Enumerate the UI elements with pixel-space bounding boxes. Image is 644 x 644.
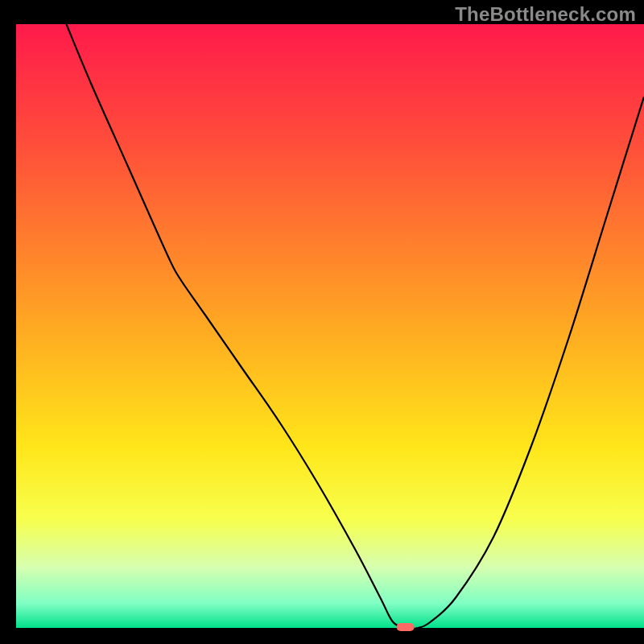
plot-area [16,24,644,628]
bottleneck-chart [0,0,644,644]
chart-container: TheBottleneck.com [0,0,644,644]
watermark-text: TheBottleneck.com [455,3,636,26]
frame-bottom [0,628,644,644]
optimal-marker [397,623,415,631]
frame-left [0,0,16,644]
